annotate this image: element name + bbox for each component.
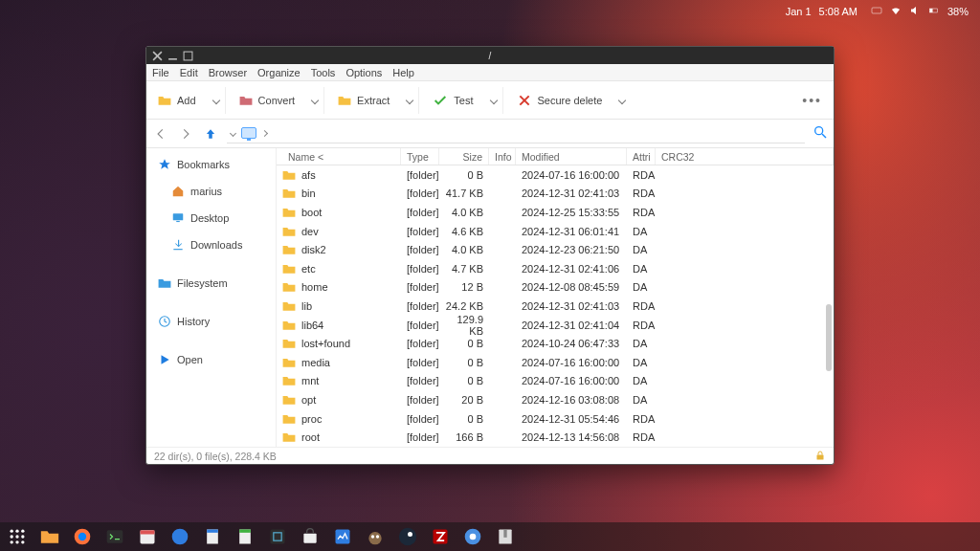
cell-name: media: [301, 357, 330, 368]
chevron-down-icon[interactable]: [212, 96, 219, 103]
up-button[interactable]: [202, 125, 219, 143]
chevron-down-icon[interactable]: [489, 96, 497, 103]
col-attr[interactable]: Attri: [627, 148, 656, 165]
cell-name: etc: [301, 263, 316, 275]
col-crc[interactable]: CRC32: [656, 148, 834, 165]
table-row[interactable]: opt[folder]20 B2024-12-16 03:08:08DA: [277, 390, 834, 409]
table-row[interactable]: lib[folder]24.2 KB2024-12-31 02:41:03RDA: [277, 297, 834, 316]
svg-point-16: [11, 540, 13, 543]
table-row[interactable]: disk2[folder]4.0 KB2024-12-23 06:21:50DA: [277, 240, 834, 259]
filezilla-icon[interactable]: [431, 527, 450, 546]
cell-type: [folder]: [401, 320, 439, 331]
col-size[interactable]: Size: [439, 148, 489, 165]
calc-icon[interactable]: [235, 527, 255, 546]
cell-attr: DA: [627, 338, 656, 349]
close-icon[interactable]: [152, 51, 163, 61]
sidebar-history[interactable]: History: [154, 309, 276, 334]
back-button[interactable]: [152, 125, 169, 143]
monitor-icon[interactable]: [333, 527, 352, 546]
breadcrumb[interactable]: [227, 124, 805, 143]
chevron-down-icon[interactable]: [230, 129, 236, 136]
more-icon[interactable]: •••: [796, 93, 828, 108]
svg-rect-21: [107, 530, 123, 542]
table-row[interactable]: boot[folder]4.0 KB2024-12-25 15:33:55RDA: [277, 203, 834, 222]
menu-edit[interactable]: Edit: [180, 67, 198, 78]
menu-organize[interactable]: Organize: [257, 67, 301, 78]
forward-button[interactable]: [177, 125, 194, 143]
sidebar-open[interactable]: Open: [154, 347, 276, 372]
folder-icon: [282, 281, 296, 293]
add-button[interactable]: Add: [152, 87, 226, 114]
cell-name: boot: [301, 207, 322, 218]
steam-icon[interactable]: [398, 527, 417, 546]
svg-point-12: [21, 530, 24, 533]
table-row[interactable]: root[folder]166 B2024-12-13 14:56:08RDA: [277, 428, 834, 447]
col-info[interactable]: Info: [489, 148, 516, 165]
maximize-icon[interactable]: [183, 51, 193, 61]
cell-attr: DA: [627, 226, 656, 237]
menu-browser[interactable]: Browser: [209, 67, 247, 78]
wifi-icon: [890, 5, 902, 18]
menu-options[interactable]: Options: [345, 67, 382, 78]
apps-icon[interactable]: [8, 527, 27, 546]
thunderbird-icon[interactable]: [170, 527, 189, 546]
menu-tools[interactable]: Tools: [311, 67, 336, 78]
test-button[interactable]: Test: [427, 87, 502, 114]
cell-type: [folder]: [401, 226, 439, 237]
store-icon[interactable]: [301, 527, 320, 546]
sidebar-item-downloads[interactable]: Downloads: [154, 232, 276, 257]
sidebar-item-desktop[interactable]: Desktop: [154, 206, 276, 231]
scrollbar[interactable]: [822, 108, 834, 447]
extract-button[interactable]: Extract: [332, 87, 419, 114]
chevron-right-icon[interactable]: [261, 129, 268, 136]
writer-icon[interactable]: [203, 527, 222, 546]
cell-attr: RDA: [627, 207, 656, 218]
svg-point-24: [172, 529, 189, 545]
table-row[interactable]: etc[folder]4.7 KB2024-12-31 02:41:06DA: [277, 259, 834, 278]
terminal-icon[interactable]: [105, 527, 124, 546]
sidebar-filesystem[interactable]: Filesystem: [154, 271, 276, 296]
cell-size: 0 B: [439, 338, 489, 349]
computer-icon[interactable]: [241, 127, 256, 139]
svg-rect-31: [303, 534, 316, 543]
table-row[interactable]: media[folder]0 B2024-07-16 16:00:00DA: [277, 353, 834, 372]
chevron-down-icon[interactable]: [311, 96, 319, 103]
cross-icon: [517, 93, 532, 108]
virtualbox-icon[interactable]: [268, 527, 287, 546]
lock-icon[interactable]: [814, 450, 826, 463]
col-name[interactable]: Name <: [282, 148, 401, 165]
column-headers[interactable]: Name < Type Size Info Modified Attri CRC…: [277, 148, 834, 165]
peazip-taskbar-icon[interactable]: [496, 527, 515, 546]
secure-delete-button[interactable]: Secure delete: [511, 87, 632, 114]
table-row[interactable]: bin[folder]41.7 KB2024-12-31 02:41:03RDA: [277, 185, 834, 204]
sidebar-item-marius[interactable]: marius: [154, 179, 276, 204]
col-type[interactable]: Type: [401, 148, 439, 165]
cell-type: [folder]: [401, 207, 439, 218]
table-row[interactable]: afs[folder]0 B2024-07-16 16:00:00RDA: [277, 165, 834, 185]
convert-button[interactable]: Convert: [234, 87, 325, 114]
menu-help[interactable]: Help: [392, 67, 414, 78]
gimp-icon[interactable]: [366, 527, 385, 546]
firefox-icon[interactable]: [73, 527, 92, 546]
chromium-icon[interactable]: [463, 527, 482, 546]
sidebar-bookmarks[interactable]: Bookmarks: [154, 152, 276, 177]
chevron-down-icon[interactable]: [406, 96, 413, 103]
cell-modified: 2024-12-23 06:21:50: [516, 244, 627, 255]
table-row[interactable]: home[folder]12 B2024-12-08 08:45:59DA: [277, 278, 834, 298]
files-icon[interactable]: [40, 527, 59, 546]
col-modified[interactable]: Modified: [516, 148, 627, 165]
svg-rect-9: [817, 454, 824, 459]
chevron-down-icon[interactable]: [618, 96, 626, 103]
cell-size: 4.6 KB: [439, 226, 489, 237]
menu-file[interactable]: File: [152, 67, 169, 78]
table-row[interactable]: dev[folder]4.6 KB2024-12-31 06:01:41DA: [277, 222, 834, 241]
titlebar[interactable]: /: [146, 47, 834, 64]
table-row[interactable]: lost+found[folder]0 B2024-10-24 06:47:33…: [277, 334, 834, 353]
svg-point-13: [11, 535, 13, 538]
calendar-icon[interactable]: [138, 527, 157, 546]
table-row[interactable]: proc[folder]0 B2024-12-31 05:54:46RDA: [277, 409, 834, 429]
cell-name: opt: [301, 394, 316, 406]
table-row[interactable]: lib64[folder]129.9 KB2024-12-31 02:41:04…: [277, 316, 834, 335]
table-row[interactable]: mnt[folder]0 B2024-07-16 16:00:00DA: [277, 372, 834, 391]
minimize-icon[interactable]: [167, 51, 178, 61]
